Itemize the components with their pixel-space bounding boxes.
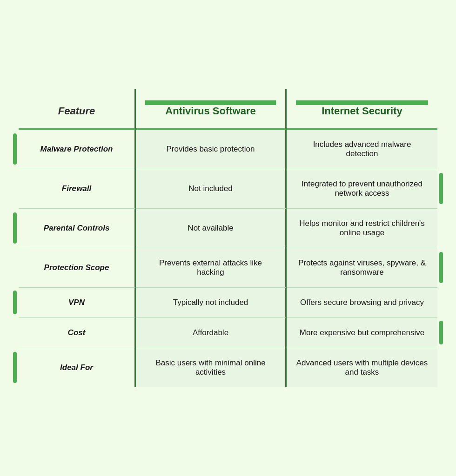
cell-feature-2: Parental Controls [19,209,136,248]
top-bar-security [296,100,428,105]
cell-feature-0: Malware Protection [19,130,136,169]
comparison-table: Feature Antivirus Software Internet Secu… [19,89,437,387]
table-row: Malware ProtectionProvides basic protect… [19,130,437,169]
cell-security-2: Helps monitor and restrict children's on… [287,209,437,248]
table-row: CostAffordableMore expensive but compreh… [19,318,437,348]
table-row: Parental ControlsNot availableHelps moni… [19,209,437,248]
cell-antivirus-6: Basic users with minimal online activiti… [136,348,287,387]
cell-feature-4: VPN [19,288,136,318]
header-security: Internet Security [287,89,437,130]
cell-security-5: More expensive but comprehensive [287,318,437,348]
cell-feature-3: Protection Scope [19,248,136,288]
cell-antivirus-1: Not included [136,169,287,209]
cell-feature-1: Firewall [19,169,136,209]
cell-security-0: Includes advanced malware detection [287,130,437,169]
header-feature: Feature [19,89,136,130]
comparison-table-container: Feature Antivirus Software Internet Secu… [9,80,447,397]
header-antivirus: Antivirus Software [136,89,287,130]
cell-security-4: Offers secure browsing and privacy [287,288,437,318]
cell-antivirus-5: Affordable [136,318,287,348]
cell-feature-6: Ideal For [19,348,136,387]
top-bar-feature [28,100,125,105]
table-row: Protection ScopePrevents external attack… [19,248,437,288]
cell-antivirus-3: Prevents external attacks like hacking [136,248,287,288]
cell-antivirus-4: Typically not included [136,288,287,318]
table-row: FirewallNot includedIntegrated to preven… [19,169,437,209]
cell-security-6: Advanced users with multiple devices and… [287,348,437,387]
table-row: VPNTypically not includedOffers secure b… [19,288,437,318]
table-row: Ideal ForBasic users with minimal online… [19,348,437,387]
cell-antivirus-0: Provides basic protection [136,130,287,169]
cell-security-3: Protects against viruses, spyware, & ran… [287,248,437,288]
cell-antivirus-2: Not available [136,209,287,248]
cell-security-1: Integrated to prevent unauthorized netwo… [287,169,437,209]
cell-feature-5: Cost [19,318,136,348]
top-bar-antivirus [145,100,276,105]
